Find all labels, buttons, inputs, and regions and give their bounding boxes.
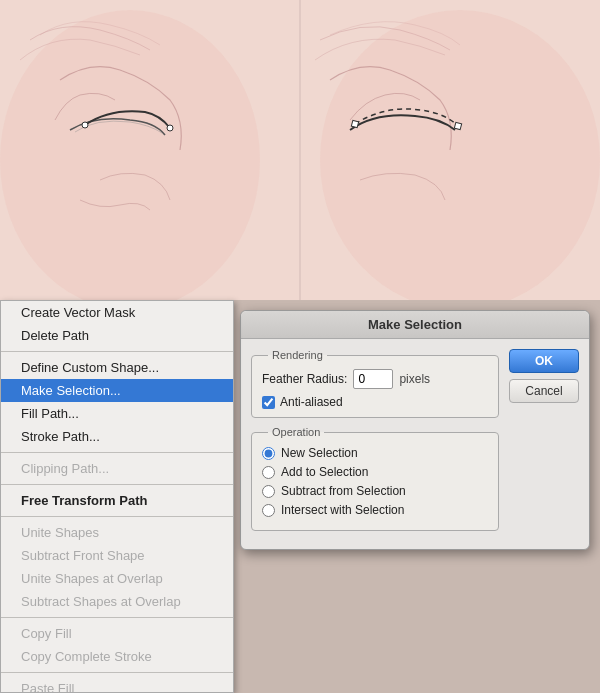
menu-item-unite-shapes-overlap: Unite Shapes at Overlap	[1, 567, 233, 590]
bottom-area: Create Vector Mask Delete Path Define Cu…	[0, 300, 600, 693]
subtract-from-selection-radio[interactable]	[262, 485, 275, 498]
dialog-body: Rendering Feather Radius: pixels Anti-al…	[241, 339, 589, 549]
rendering-legend: Rendering	[268, 349, 327, 361]
add-to-selection-radio[interactable]	[262, 466, 275, 479]
make-selection-dialog: Make Selection Rendering Feather Radius:…	[240, 310, 590, 550]
menu-divider-6	[1, 672, 233, 673]
canvas-area	[0, 0, 600, 300]
menu-divider-1	[1, 351, 233, 352]
canvas-sketch	[0, 0, 600, 300]
ok-button[interactable]: OK	[509, 349, 579, 373]
svg-point-4	[167, 125, 173, 131]
menu-divider-2	[1, 452, 233, 453]
add-to-selection-row: Add to Selection	[262, 465, 488, 479]
feather-radius-input[interactable]	[353, 369, 393, 389]
operation-legend: Operation	[268, 426, 324, 438]
svg-rect-7	[454, 122, 461, 129]
svg-point-1	[0, 10, 260, 300]
new-selection-radio[interactable]	[262, 447, 275, 460]
anti-aliased-row: Anti-aliased	[262, 395, 488, 409]
new-selection-label: New Selection	[281, 446, 358, 460]
new-selection-row: New Selection	[262, 446, 488, 460]
subtract-from-selection-row: Subtract from Selection	[262, 484, 488, 498]
svg-point-2	[320, 10, 600, 300]
intersect-with-selection-radio[interactable]	[262, 504, 275, 517]
menu-item-fill-path[interactable]: Fill Path...	[1, 402, 233, 425]
menu-item-delete-path[interactable]: Delete Path	[1, 324, 233, 347]
svg-rect-6	[351, 120, 358, 127]
dialog-buttons: OK Cancel	[509, 349, 579, 539]
menu-item-free-transform-path[interactable]: Free Transform Path	[1, 489, 233, 512]
add-to-selection-label: Add to Selection	[281, 465, 368, 479]
dialog-main-content: Rendering Feather Radius: pixels Anti-al…	[251, 349, 499, 539]
menu-item-unite-shapes: Unite Shapes	[1, 521, 233, 544]
anti-aliased-checkbox[interactable]	[262, 396, 275, 409]
intersect-with-selection-label: Intersect with Selection	[281, 503, 404, 517]
menu-item-paste-fill: Paste Fill	[1, 677, 233, 693]
menu-item-create-vector-mask[interactable]: Create Vector Mask	[1, 301, 233, 324]
menu-item-subtract-shapes-overlap: Subtract Shapes at Overlap	[1, 590, 233, 613]
feather-radius-label: Feather Radius:	[262, 372, 347, 386]
menu-item-copy-complete-stroke: Copy Complete Stroke	[1, 645, 233, 668]
subtract-from-selection-label: Subtract from Selection	[281, 484, 406, 498]
menu-item-define-custom-shape[interactable]: Define Custom Shape...	[1, 356, 233, 379]
cancel-button[interactable]: Cancel	[509, 379, 579, 403]
feather-radius-row: Feather Radius: pixels	[262, 369, 488, 389]
menu-item-stroke-path[interactable]: Stroke Path...	[1, 425, 233, 448]
menu-item-subtract-front-shape: Subtract Front Shape	[1, 544, 233, 567]
dialog-title: Make Selection	[241, 311, 589, 339]
anti-aliased-label: Anti-aliased	[280, 395, 343, 409]
rendering-fieldset: Rendering Feather Radius: pixels Anti-al…	[251, 349, 499, 418]
menu-item-clipping-path: Clipping Path...	[1, 457, 233, 480]
menu-item-copy-fill: Copy Fill	[1, 622, 233, 645]
svg-point-3	[82, 122, 88, 128]
intersect-with-selection-row: Intersect with Selection	[262, 503, 488, 517]
operation-fieldset: Operation New Selection Add to Selection	[251, 426, 499, 531]
menu-divider-3	[1, 484, 233, 485]
menu-item-make-selection[interactable]: Make Selection...	[1, 379, 233, 402]
feather-unit: pixels	[399, 372, 430, 386]
menu-divider-4	[1, 516, 233, 517]
context-menu: Create Vector Mask Delete Path Define Cu…	[0, 300, 234, 693]
menu-divider-5	[1, 617, 233, 618]
